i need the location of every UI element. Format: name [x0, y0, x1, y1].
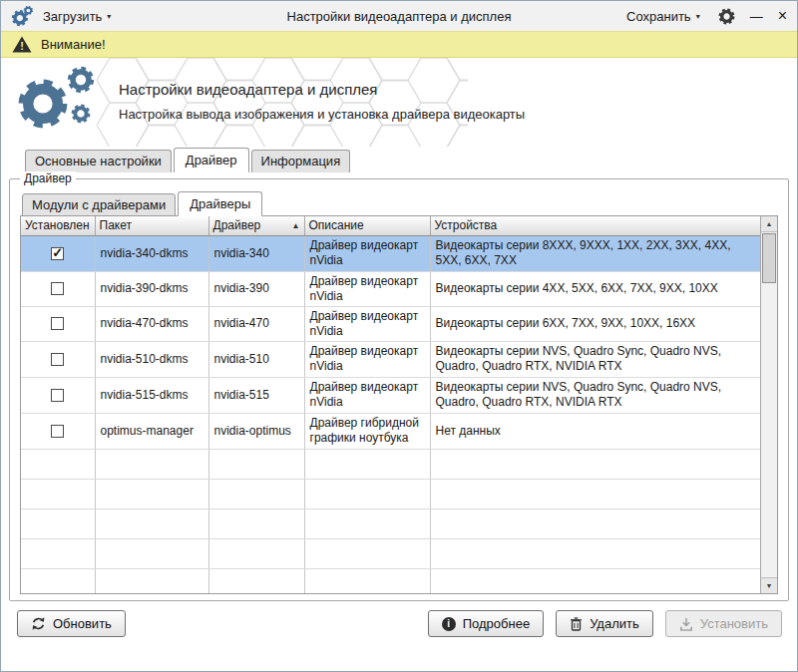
cell-devices: Видеокарты серии 8XXX, 9XXX, 1XX, 2XX, 3… [430, 235, 762, 271]
vertical-scrollbar[interactable]: ▲ ▼ [760, 216, 777, 593]
column-header-driver[interactable]: ▲Драйвер [208, 216, 304, 235]
cell-driver: nvidia-340 [208, 235, 304, 271]
gears-illustration [15, 64, 111, 144]
tab-label: Основные настройки [35, 154, 162, 168]
cell-package: nvidia-470-dkms [95, 306, 208, 341]
scroll-up-icon: ▲ [766, 220, 773, 227]
cell-package: nvidia-515-dkms [95, 377, 208, 413]
load-menu-label: Загрузить [43, 9, 102, 24]
cell-driver: nvidia-515 [208, 377, 304, 413]
cell-devices: Видеокарты серии 6XX, 7XX, 9XX, 10XX, 16… [430, 306, 762, 341]
cell-package: optimus-manager [95, 413, 208, 449]
warning-bar: ! Внимание! [1, 31, 797, 58]
installed-checkbox[interactable]: ✓ [51, 247, 64, 260]
scroll-down-button[interactable]: ▼ [761, 577, 777, 593]
gear-small-icon [71, 104, 91, 124]
page-header: Настройки видеоадаптера и дисплея Настро… [1, 58, 797, 147]
chevron-down-icon: ▾ [696, 12, 700, 21]
warning-triangle-icon: ! [12, 36, 32, 53]
cell-description: Драйвер видеокарт nVidia [304, 271, 430, 306]
drivers-table-container: Установлен Пакет ▲Драйвер Описание Устро… [20, 215, 778, 594]
cell-driver: nvidia-optimus [208, 413, 304, 449]
table-empty-row [21, 508, 762, 538]
cell-installed: ✓ [21, 271, 95, 306]
svg-text:!: ! [20, 40, 24, 52]
cell-description: Драйвер видеокарт nVidia [304, 377, 430, 413]
cell-driver: nvidia-510 [208, 341, 304, 377]
installed-checkbox[interactable]: ✓ [51, 425, 64, 438]
installed-checkbox[interactable]: ✓ [51, 282, 64, 295]
column-header-devices[interactable]: Устройства [430, 216, 762, 235]
subtab-label: Модули с драйверами [32, 197, 166, 212]
install-button[interactable]: Установить [665, 610, 782, 637]
subtab-driver-modules[interactable]: Модули с драйверами [22, 193, 176, 216]
info-letter: i [447, 618, 450, 629]
table-row[interactable]: ✓ nvidia-390-dkms nvidia-390 Драйвер вид… [21, 271, 762, 306]
app-gears-icon [11, 5, 33, 27]
table-empty-row [21, 568, 762, 594]
app-window: Загрузить ▾ Настройки видеоадаптера и ди… [0, 0, 798, 672]
titlebar-left: Загрузить ▾ [11, 5, 114, 27]
chevron-down-icon: ▾ [107, 12, 111, 21]
tab-label: Информация [261, 154, 341, 168]
sort-asc-icon: ▲ [292, 221, 300, 230]
info-icon: i [442, 617, 456, 631]
save-menu-button[interactable]: Сохранить ▾ [623, 7, 703, 26]
settings-gear-icon[interactable] [718, 8, 735, 25]
bottom-buttonbar: Обновить i Подробнее Удалить [17, 610, 782, 637]
cell-package: nvidia-390-dkms [95, 271, 208, 306]
cell-package: nvidia-510-dkms [95, 341, 208, 377]
refresh-button[interactable]: Обновить [17, 610, 126, 637]
save-menu-label: Сохранить [626, 9, 691, 24]
installed-checkbox[interactable]: ✓ [51, 389, 64, 402]
table-row[interactable]: ✓ optimus-manager nvidia-optimus Драйвер… [21, 413, 762, 449]
cell-description: Драйвер видеокарт nVidia [304, 341, 430, 377]
cell-installed: ✓ [21, 341, 95, 377]
column-header-installed[interactable]: Установлен [21, 216, 95, 235]
minimize-button[interactable]: — [750, 10, 763, 23]
installed-checkbox[interactable]: ✓ [51, 317, 64, 330]
cell-description: Драйвер видеокарт nVidia [304, 235, 430, 271]
cell-package: nvidia-340-dkms [95, 235, 208, 271]
tab-driver[interactable]: Драйвер [174, 148, 249, 172]
table-row[interactable]: ✓ nvidia-510-dkms nvidia-510 Драйвер вид… [21, 341, 762, 377]
table-empty-row [21, 538, 762, 568]
action-button-group: i Подробнее Удалить Установить [428, 610, 782, 637]
table-row[interactable]: ✓ nvidia-340-dkms nvidia-340 Драйвер вид… [21, 235, 762, 271]
cell-installed: ✓ [21, 413, 95, 449]
check-icon: ✓ [52, 245, 63, 261]
details-button[interactable]: i Подробнее [428, 610, 544, 637]
cell-description: Драйвер гибридной графики ноутбука [304, 413, 430, 449]
close-button[interactable]: × [778, 8, 787, 24]
cell-installed: ✓ [21, 306, 95, 341]
cell-driver: nvidia-470 [208, 306, 304, 341]
page-subtitle: Настройка вывода изображения и установка… [119, 107, 525, 122]
load-menu-button[interactable]: Загрузить ▾ [40, 7, 114, 26]
column-header-label: Драйвер [213, 218, 261, 232]
main-tabbar: Основные настройки Драйвер Информация [1, 147, 797, 172]
cell-description: Драйвер видеокарт nVidia [304, 306, 430, 341]
subtab-drivers[interactable]: Драйверы [178, 191, 262, 216]
warning-label: Внимание! [41, 37, 106, 52]
scroll-up-button[interactable]: ▲ [761, 216, 777, 232]
driver-subtabbar: Модули с драйверами Драйверы [10, 191, 788, 215]
titlebar-right: Сохранить ▾ — × [623, 7, 787, 26]
tab-information[interactable]: Информация [251, 150, 351, 172]
details-button-label: Подробнее [463, 616, 530, 631]
titlebar: Загрузить ▾ Настройки видеоадаптера и ди… [1, 1, 797, 31]
installed-checkbox[interactable]: ✓ [51, 353, 64, 366]
gear-medium-icon [67, 66, 95, 94]
install-button-label: Установить [700, 616, 768, 631]
scrollbar-thumb[interactable] [762, 233, 776, 283]
cell-devices: Видеокарты серии 4XX, 5XX, 6XX, 7XX, 9XX… [430, 271, 762, 306]
table-row[interactable]: ✓ nvidia-515-dkms nvidia-515 Драйвер вид… [21, 377, 762, 413]
trash-icon [570, 617, 583, 631]
table-empty-row [21, 479, 762, 508]
cell-devices: Видеокарты серии NVS, Quadro Sync, Quadr… [430, 377, 762, 413]
tab-basic-settings[interactable]: Основные настройки [25, 150, 172, 172]
tab-label: Драйвер [186, 153, 237, 168]
delete-button[interactable]: Удалить [556, 610, 653, 637]
column-header-package[interactable]: Пакет [95, 216, 208, 235]
column-header-description[interactable]: Описание [304, 216, 430, 235]
table-row[interactable]: ✓ nvidia-470-dkms nvidia-470 Драйвер вид… [21, 306, 762, 341]
